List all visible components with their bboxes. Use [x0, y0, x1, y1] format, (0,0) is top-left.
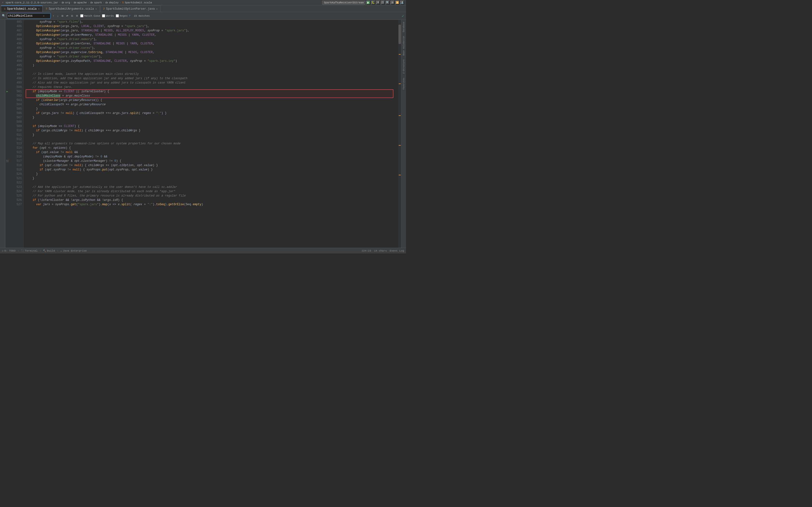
- tab-sparksubmitparser-close[interactable]: ✕: [156, 7, 158, 10]
- ln-486: 486: [9, 24, 24, 29]
- profile-button[interactable]: ⏱: [381, 1, 385, 5]
- scroll-match-3: [399, 115, 401, 116]
- regex-checkbox[interactable]: [116, 14, 119, 17]
- search-prev-button[interactable]: ↑: [52, 14, 55, 18]
- code-line-508: [24, 120, 398, 124]
- file-icon: ⚡: [2, 1, 4, 4]
- gutter-row-495: [5, 63, 9, 68]
- gutter-row-487: [5, 29, 9, 33]
- code-line-495: ): [24, 63, 398, 68]
- gutter-row-526: [5, 198, 9, 202]
- match-case-label: Match Case: [84, 14, 100, 17]
- gutter-row-489: [5, 37, 9, 42]
- tab-sparksubmitparser-label: SparkSubmitOptionParser.java: [106, 7, 155, 11]
- ln-505: 505: [9, 107, 24, 111]
- code-line-494: OptionAssigner(args.ivyRepoPath, STANDAL…: [24, 59, 398, 63]
- ln-521: 521: [9, 176, 24, 181]
- gutter-row-486: [5, 24, 9, 29]
- vcs-button[interactable]: 🔀: [395, 1, 399, 5]
- tab-sparksubmit-close[interactable]: ✕: [38, 7, 39, 10]
- search-find-all-button[interactable]: ⊞: [61, 14, 64, 17]
- ln-507: 507: [9, 115, 24, 120]
- search-everywhere-button[interactable]: 🔍: [386, 1, 390, 5]
- event-log-button[interactable]: Event Log: [390, 249, 404, 252]
- bc-org: 🗁: [62, 1, 64, 4]
- code-line-523: // Add the application jar automatically…: [24, 185, 398, 189]
- scroll-thumb[interactable]: [399, 24, 401, 44]
- search-input[interactable]: [8, 14, 42, 18]
- words-option[interactable]: Words: [102, 14, 114, 17]
- search-next-button[interactable]: ↓: [56, 14, 59, 18]
- ln-499: 499: [9, 80, 24, 85]
- ln-504: 504: [9, 102, 24, 107]
- tab-sparksubmitparser[interactable]: J SparkSubmitOptionParser.java ✕: [100, 6, 161, 12]
- code-line-507: }: [24, 115, 398, 120]
- ln-522: 522: [9, 181, 24, 185]
- sidebar-tab-bean-validation[interactable]: Bean Validation: [402, 34, 406, 57]
- debug-button[interactable]: 🐛: [371, 1, 375, 5]
- run-controls: SparkKafkaReceiverDStream ▶ 🐛 ☂ ⏱ 🔍 ⚙ 🔀 …: [322, 1, 404, 5]
- tab-sparksubmitargs-close[interactable]: ✕: [95, 7, 97, 10]
- words-label: Words: [106, 14, 114, 17]
- terminal-status[interactable]: ⬛ Terminal: [21, 249, 38, 252]
- ln-495: 495: [9, 63, 24, 68]
- tab-sparksubmit[interactable]: S SparkSubmit.scala ✕: [1, 6, 43, 12]
- regex-help-icon: ?: [129, 14, 131, 17]
- search-multiline-button[interactable]: ⊟: [70, 14, 74, 17]
- match-case-checkbox[interactable]: [80, 14, 83, 17]
- ln-514: 514: [9, 146, 24, 150]
- build-icon: 🔨: [43, 249, 46, 252]
- tab-sparksubmitargs[interactable]: S SparkSubmitArguments.scala ✕: [43, 6, 100, 12]
- code-line-505: }: [24, 107, 398, 111]
- bc-org-label: org: [65, 1, 70, 4]
- java-enterprise-status[interactable]: ☕ Java Enterprise: [60, 249, 87, 252]
- left-panel: [0, 20, 5, 248]
- ln-517: 517: [9, 159, 24, 163]
- gutter-row-505: [5, 107, 9, 111]
- search-replace-button[interactable]: ⇄: [65, 14, 69, 17]
- title-bar: ⚡ spark-core_2.11-2.2.0-sources.jar › 🗁 …: [0, 0, 406, 5]
- gutter-row-527: [5, 202, 9, 207]
- sidebar-tab-z-structure[interactable]: Z-Structure: [402, 57, 406, 75]
- search-input-wrap[interactable]: ✕: [7, 13, 51, 18]
- build-status[interactable]: 🔨 Build: [43, 249, 55, 252]
- ln-485: 485: [9, 20, 24, 24]
- java-enterprise-icon: ☕: [60, 249, 62, 252]
- ln-508: 508: [9, 120, 24, 124]
- run-button[interactable]: ▶: [366, 1, 370, 5]
- ln-501: 501: [9, 89, 24, 94]
- scroll-indicator[interactable]: [398, 20, 401, 248]
- search-bar: 🔍 ✕ ↑ ↓ ⊞ ⇄ ⊟ ⚙ Match Case Words Regex ?: [0, 12, 406, 20]
- ln-506: 506: [9, 111, 24, 115]
- match-case-option[interactable]: Match Case: [80, 14, 100, 17]
- code-line-513: // Map all arguments to command-line opt…: [24, 142, 398, 146]
- gutter-row-503: [5, 98, 9, 102]
- bc-file-label: SparkSubmit.scala: [125, 1, 152, 4]
- sidebar-tab-favorites[interactable]: Favorites: [402, 76, 406, 92]
- scroll-match-2: [399, 83, 401, 84]
- coverage-button[interactable]: ☂: [376, 1, 380, 5]
- chars-label: 14 chars: [374, 249, 387, 252]
- gutter-row-498: [5, 76, 9, 80]
- gutter-row-499: [5, 80, 9, 85]
- words-checkbox[interactable]: [102, 14, 105, 17]
- bc-deploy: 🗁: [105, 1, 108, 4]
- code-area[interactable]: sysProp = "spark.files"), OptionAssigner…: [24, 20, 398, 248]
- inspect-button[interactable]: 🔬: [400, 1, 404, 5]
- gutter-row-502: [5, 94, 9, 98]
- ln-493: 493: [9, 55, 24, 59]
- gutter-row-515: [5, 150, 9, 155]
- todo-status[interactable]: ☑ 6: TODO: [2, 249, 15, 252]
- ln-497: 497: [9, 72, 24, 76]
- search-clear-icon[interactable]: ✕: [43, 14, 45, 17]
- ln-527: 527: [9, 202, 24, 207]
- settings-button[interactable]: ⚙: [391, 1, 394, 5]
- sidebar-tab-database[interactable]: Database: [402, 20, 406, 34]
- structure-icon[interactable]: [2, 22, 3, 24]
- ln-502: 502: [9, 94, 24, 98]
- terminal-label: Terminal: [25, 249, 38, 252]
- search-filter-button[interactable]: ⚙: [75, 14, 79, 17]
- regex-option[interactable]: Regex ?: [116, 14, 131, 17]
- breadcrumb: spark-core_2.11-2.2.0-sources.jar › 🗁 or…: [6, 1, 152, 4]
- code-line-489: sysProp = "spark.driver.memory"),: [24, 37, 398, 42]
